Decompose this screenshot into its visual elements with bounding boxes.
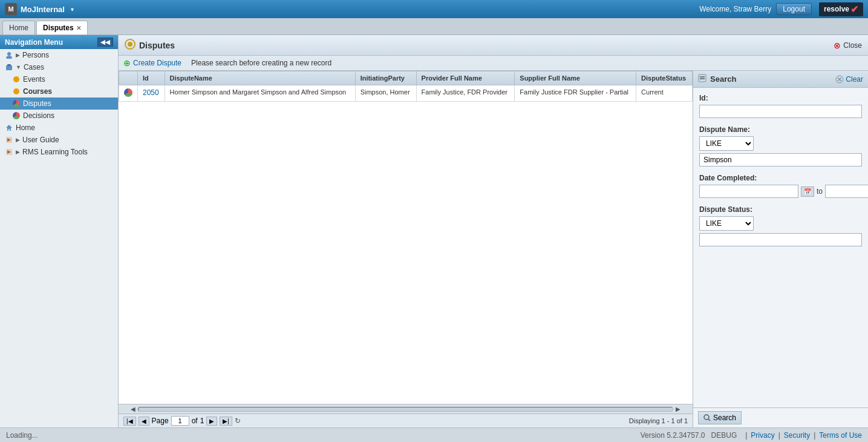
sidebar-item-events[interactable]: Events: [0, 73, 118, 85]
app-dropdown-arrow[interactable]: ▾: [71, 6, 74, 13]
row-id-cell: 2050: [138, 85, 165, 102]
page-header: Disputes ⊗ Close: [119, 35, 868, 56]
svg-point-1: [6, 56, 12, 59]
col-status[interactable]: DisputeStatus: [636, 71, 693, 85]
sidebar-item-rms-learning[interactable]: ▶ RMS Learning Tools: [0, 146, 118, 158]
mode-text: DEBUG: [711, 431, 737, 440]
search-field-date-completed: Date Completed: 📅 to 📅: [699, 174, 862, 198]
page-number-input[interactable]: [171, 416, 189, 426]
sidebar-title: Navigation Menu: [5, 38, 63, 47]
sidebar-item-disputes[interactable]: Disputes: [0, 97, 118, 110]
row-provider-cell: Family Justice, FDR Provider: [416, 85, 515, 102]
svg-point-10: [128, 42, 132, 47]
dispute-status-operator-select[interactable]: LIKE EQUALS STARTS WITH ENDS WITH: [699, 216, 754, 231]
close-icon: ⊗: [834, 41, 841, 50]
version-text: Version 5.2.34757.0: [641, 431, 705, 440]
sidebar-item-user-guide-label: User Guide: [22, 136, 59, 144]
svg-point-17: [704, 415, 709, 420]
row-status-icon: [124, 88, 132, 97]
dispute-status-label: Dispute Status:: [699, 205, 862, 214]
prev-page-button[interactable]: ◀: [139, 417, 149, 426]
search-clear-button[interactable]: Clear: [835, 75, 863, 84]
col-disputename[interactable]: DisputeName: [165, 71, 355, 85]
svg-rect-11: [699, 74, 706, 82]
resolve-text: resolve: [824, 5, 849, 13]
sidebar-item-decisions-label: Decisions: [23, 111, 54, 120]
dispute-name-input[interactable]: [699, 153, 862, 167]
dispute-status-input[interactable]: [699, 233, 862, 246]
cases-expand-arrow: ▼: [16, 64, 21, 70]
search-button-label: Search: [713, 414, 736, 422]
sidebar-item-cases-label: Cases: [24, 63, 44, 71]
date-completed-label: Date Completed:: [699, 174, 862, 182]
user-guide-expand-arrow: ▶: [16, 137, 20, 143]
security-link[interactable]: Security: [784, 431, 810, 440]
svg-rect-2: [6, 65, 12, 70]
dispute-name-label: Dispute Name:: [699, 125, 862, 134]
scroll-right-button[interactable]: ▶: [673, 406, 683, 412]
terms-link[interactable]: Terms of Use: [819, 431, 862, 440]
row-initiatingparty-cell: Simpson, Homer: [355, 85, 416, 102]
privacy-link[interactable]: Privacy: [751, 431, 774, 440]
scroll-left-button[interactable]: ◀: [128, 406, 138, 412]
logout-button[interactable]: Logout: [776, 3, 812, 15]
col-initiatingparty[interactable]: InitiatingParty: [355, 71, 416, 85]
resolve-checkmark: ✔: [850, 4, 858, 15]
sidebar-item-decisions[interactable]: Decisions: [0, 110, 118, 122]
search-execute-button[interactable]: Search: [698, 411, 742, 424]
sidebar-item-courses-label: Courses: [23, 87, 52, 96]
search-panel: Search Clear Id:: [693, 71, 868, 427]
date-from-input[interactable]: [699, 185, 798, 198]
last-page-button[interactable]: ▶|: [220, 417, 232, 426]
date-range-row: 📅 to 📅: [699, 185, 862, 198]
statusbar-right: Version 5.2.34757.0 DEBUG | Privacy | Se…: [641, 431, 862, 440]
search-field-id: Id:: [699, 94, 862, 118]
col-id[interactable]: Id: [138, 71, 165, 85]
tab-disputes[interactable]: Disputes ✕: [36, 21, 88, 35]
first-page-button[interactable]: |◀: [123, 417, 136, 426]
tab-disputes-close[interactable]: ✕: [76, 25, 81, 31]
col-supplier[interactable]: Supplier Full Name: [515, 71, 636, 85]
tab-home[interactable]: Home: [2, 21, 35, 35]
sidebar-collapse-button[interactable]: ◀◀: [97, 38, 113, 47]
sidebar-item-courses[interactable]: Courses: [0, 85, 118, 97]
table-row[interactable]: 2050 Homer Simpson and Margaret Simpson …: [119, 85, 693, 102]
statusbar: Loading... Version 5.2.34757.0 DEBUG | P…: [0, 427, 868, 442]
search-body: Id: Dispute Name: LIKE EQUALS STARTS WIT…: [693, 88, 868, 407]
sidebar-item-cases[interactable]: ▼ Cases: [0, 61, 118, 73]
create-dispute-button[interactable]: ⊕ Create Dispute: [123, 58, 181, 68]
user-guide-icon: [5, 136, 13, 144]
row-id-link[interactable]: 2050: [143, 88, 159, 97]
next-page-button[interactable]: ▶: [206, 417, 217, 426]
create-label: Create Dispute: [133, 59, 181, 67]
grid-footer: |◀ ◀ Page of 1 ▶ ▶| ↻ Displaying 1 - 1 o…: [119, 414, 693, 427]
grid-container: Id DisputeName InitiatingParty Provider …: [119, 71, 693, 427]
sidebar-header: Navigation Menu ◀◀: [0, 35, 118, 49]
sidebar-item-disputes-label: Disputes: [23, 99, 51, 108]
svg-marker-4: [6, 125, 12, 131]
close-page-button[interactable]: ⊗ Close: [834, 41, 862, 50]
col-icon: [119, 71, 138, 85]
of-label: of: [192, 417, 198, 425]
statusbar-separator: |: [745, 431, 747, 440]
date-from-picker-button[interactable]: 📅: [801, 186, 814, 197]
grid-search-container: Id DisputeName InitiatingParty Provider …: [119, 71, 868, 427]
disputes-table: Id DisputeName InitiatingParty Provider …: [119, 71, 693, 102]
col-provider[interactable]: Provider Full Name: [416, 71, 515, 85]
tab-disputes-label: Disputes: [43, 24, 74, 32]
horizontal-scrollbar[interactable]: ◀ ▶: [119, 404, 693, 414]
sidebar-item-rms-learning-label: RMS Learning Tools: [22, 148, 88, 156]
events-icon: [12, 75, 21, 84]
sidebar: Navigation Menu ◀◀ ▶ Persons ▼ Cases Eve…: [0, 35, 119, 427]
page-title-icon: [125, 39, 135, 51]
dispute-name-operator-select[interactable]: LIKE EQUALS STARTS WITH ENDS WITH: [699, 136, 754, 151]
id-search-input[interactable]: [699, 105, 862, 118]
refresh-button[interactable]: ↻: [235, 417, 241, 425]
date-to-input[interactable]: [825, 185, 868, 198]
hscroll-track[interactable]: [138, 407, 673, 412]
sidebar-item-persons[interactable]: ▶ Persons: [0, 49, 118, 61]
sidebar-item-user-guide[interactable]: ▶ User Guide: [0, 134, 118, 146]
sidebar-item-home[interactable]: Home: [0, 122, 118, 134]
clear-label: Clear: [846, 75, 863, 84]
search-btn-container: Search: [693, 407, 868, 427]
